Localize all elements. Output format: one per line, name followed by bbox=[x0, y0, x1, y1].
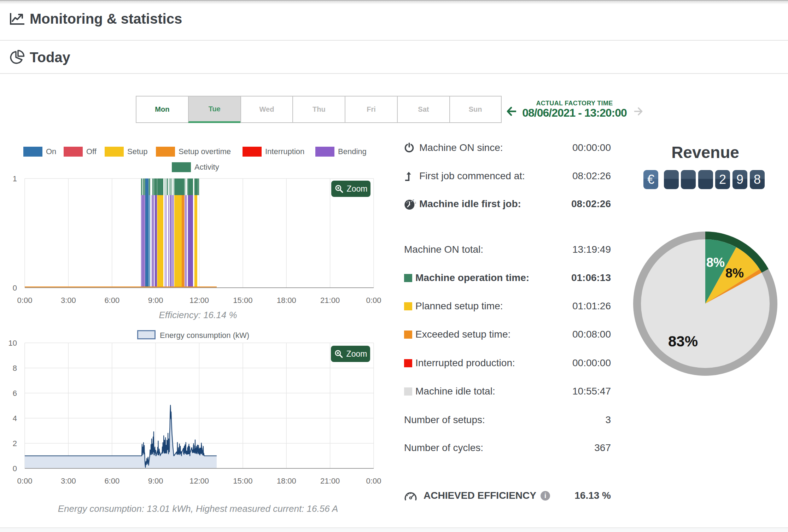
svg-text:15:00: 15:00 bbox=[233, 477, 252, 485]
svg-text:3:00: 3:00 bbox=[61, 477, 76, 485]
svg-text:6: 6 bbox=[13, 389, 17, 398]
svg-text:6:00: 6:00 bbox=[104, 477, 119, 485]
svg-text:z: z bbox=[415, 201, 416, 204]
svg-text:0: 0 bbox=[13, 464, 17, 473]
svg-text:18:00: 18:00 bbox=[277, 477, 296, 485]
svg-text:10: 10 bbox=[8, 339, 17, 347]
svg-text:9:00: 9:00 bbox=[148, 477, 163, 485]
svg-text:12:00: 12:00 bbox=[189, 477, 209, 485]
svg-text:6:00: 6:00 bbox=[104, 296, 119, 305]
svg-text:0:00: 0:00 bbox=[17, 296, 33, 305]
svg-text:2: 2 bbox=[13, 439, 17, 448]
svg-text:8%: 8% bbox=[706, 255, 725, 270]
svg-text:0:00: 0:00 bbox=[366, 477, 381, 485]
svg-text:83%: 83% bbox=[668, 333, 698, 350]
svg-text:0:00: 0:00 bbox=[366, 296, 381, 305]
svg-text:z: z bbox=[412, 198, 414, 202]
svg-text:18:00: 18:00 bbox=[277, 296, 296, 305]
svg-text:3:00: 3:00 bbox=[61, 296, 76, 305]
svg-text:4: 4 bbox=[13, 414, 17, 423]
svg-text:21:00: 21:00 bbox=[320, 477, 340, 485]
svg-text:21:00: 21:00 bbox=[320, 296, 340, 305]
svg-text:12:00: 12:00 bbox=[189, 296, 209, 305]
svg-text:0: 0 bbox=[13, 283, 17, 292]
svg-text:15:00: 15:00 bbox=[233, 296, 252, 305]
svg-text:8%: 8% bbox=[725, 266, 744, 280]
svg-text:0:00: 0:00 bbox=[17, 477, 33, 485]
svg-text:8: 8 bbox=[13, 364, 17, 373]
svg-text:9:00: 9:00 bbox=[148, 296, 163, 305]
svg-text:1: 1 bbox=[13, 174, 17, 183]
